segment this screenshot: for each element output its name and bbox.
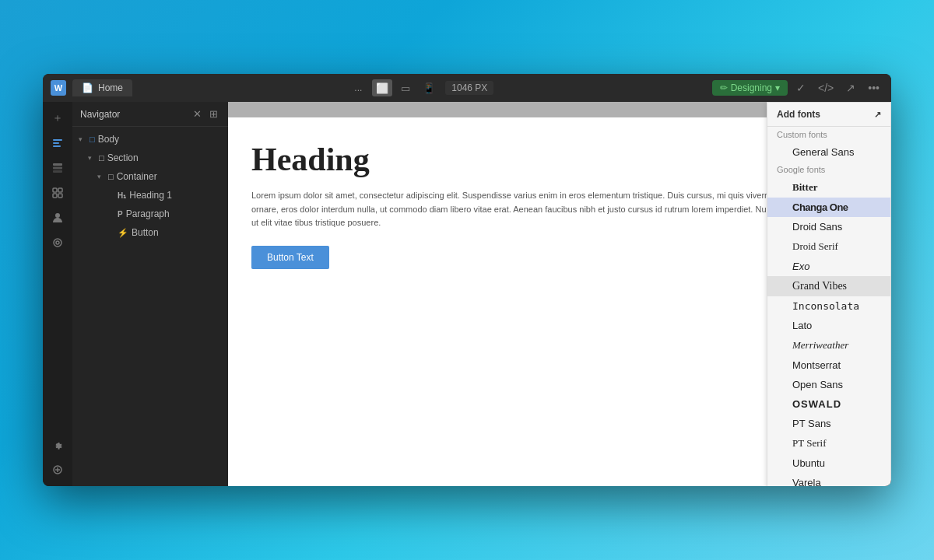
body-icon: □	[90, 135, 95, 144]
font-open-sans[interactable]: Open Sans	[767, 375, 890, 394]
svg-rect-0	[53, 139, 62, 141]
section-chevron: ▾	[88, 154, 96, 162]
paragraph-icon: P	[118, 210, 123, 219]
font-name-ubuntu: Ubuntu	[792, 457, 825, 469]
navigator-tree: ▾ □ Body ▾ □ Section ▾ □ Container	[72, 127, 228, 486]
font-name-pt-sans: PT Sans	[792, 418, 831, 429]
font-exo[interactable]: Exo	[767, 257, 890, 276]
canvas: Heading Lorem ipsum dolor sit amet, cons…	[228, 117, 767, 486]
svg-rect-6	[53, 188, 57, 192]
font-oswald[interactable]: Oswald	[767, 394, 890, 414]
canvas-heading: Heading	[251, 141, 767, 178]
navigator-panel: Navigator ✕ ⊞ ▾ □ Body ▾ □ Section	[72, 102, 228, 486]
tab-label: Home	[98, 82, 123, 93]
font-name-grand: Grand Vibes	[792, 280, 847, 292]
more-button[interactable]: ...	[350, 80, 366, 96]
font-droid-serif[interactable]: Droid Serif	[767, 236, 890, 257]
tree-item-section[interactable]: ▾ □ Section	[72, 149, 228, 167]
svg-rect-7	[58, 188, 62, 192]
container-label: Container	[117, 171, 157, 182]
font-lato[interactable]: Lato	[767, 316, 890, 335]
add-plugin-button[interactable]	[46, 458, 69, 481]
plugins-button[interactable]	[46, 231, 69, 254]
section-label: Section	[107, 152, 139, 163]
font-grand-vibes[interactable]: Grand Vibes	[767, 276, 890, 296]
mobile-button[interactable]: 📱	[419, 79, 439, 96]
svg-rect-5	[53, 170, 62, 173]
font-name-inconsolata: Inconsolata	[792, 300, 859, 312]
body-chevron: ▾	[79, 135, 86, 143]
navigator-expand-button[interactable]: ⊞	[207, 107, 220, 121]
external-link-icon: ↗	[874, 110, 881, 120]
heading1-label: Heading 1	[129, 190, 172, 201]
file-icon: 📄	[82, 82, 93, 93]
svg-rect-3	[53, 163, 62, 166]
canvas-button[interactable]: Button Text	[251, 246, 329, 269]
font-name-lato: Lato	[792, 320, 812, 331]
font-dropdown[interactable]: Add fonts ↗ Custom fonts General Sans Go…	[767, 102, 891, 486]
desktop-button[interactable]: ⬜	[372, 79, 392, 96]
add-fonts-title: Add fonts	[777, 109, 820, 120]
svg-point-10	[55, 213, 60, 218]
navigator-title: Navigator	[80, 109, 120, 120]
font-varela[interactable]: Varela	[767, 473, 890, 486]
font-name-droid-sans: Droid Sans	[792, 221, 842, 233]
main-area: ＋	[43, 102, 891, 486]
font-droid-sans[interactable]: Droid Sans	[767, 217, 890, 236]
tree-item-button[interactable]: ⚡ Button	[72, 223, 228, 242]
font-name-pt-serif: PT Serif	[792, 437, 826, 450]
svg-rect-1	[53, 142, 59, 144]
navigator-close-button[interactable]: ✕	[191, 107, 204, 121]
svg-rect-4	[53, 167, 62, 170]
font-bitter[interactable]: Bitter	[767, 177, 890, 198]
app-window: W 📄 Home ... ⬜ ▭ 📱 1046 PX ✏ Designing ▾…	[43, 74, 891, 486]
tree-item-container[interactable]: ▾ □ Container	[72, 167, 228, 186]
tree-item-body[interactable]: ▾ □ Body	[72, 130, 228, 149]
pencil-icon: ✏	[720, 82, 728, 93]
tablet-button[interactable]: ▭	[395, 79, 416, 96]
custom-fonts-label: Custom fonts	[767, 127, 890, 142]
svg-point-11	[54, 239, 61, 247]
navigator-header: Navigator ✕ ⊞	[72, 102, 228, 127]
assets-button[interactable]	[46, 181, 69, 205]
font-name-droid-serif: Droid Serif	[792, 240, 838, 253]
check-button[interactable]: ✓	[792, 79, 809, 96]
settings-bottom-button[interactable]	[46, 433, 69, 457]
font-montserrat[interactable]: Montserrat	[767, 355, 890, 375]
button-icon: ⚡	[118, 228, 128, 238]
font-general-sans[interactable]: General Sans	[767, 142, 890, 162]
share-button[interactable]: ↗	[842, 79, 859, 96]
font-changa-one[interactable]: Changa One	[767, 198, 890, 217]
svg-rect-8	[53, 194, 57, 198]
add-element-button[interactable]: ＋	[46, 107, 69, 130]
body-label: Body	[98, 134, 119, 145]
font-inconsolata[interactable]: Inconsolata	[767, 296, 890, 316]
svg-rect-2	[53, 145, 61, 147]
font-name-bitter: Bitter	[792, 181, 817, 194]
more-options-button[interactable]: •••	[864, 79, 883, 96]
navigator-button[interactable]	[46, 131, 69, 155]
font-name-merriweather: Merriweather	[792, 339, 848, 352]
font-merriweather[interactable]: Merriweather	[767, 335, 890, 355]
toolbar-center: ... ⬜ ▭ 📱 1046 PX	[139, 79, 706, 96]
layers-button[interactable]	[46, 156, 69, 180]
code-button[interactable]: </>	[814, 79, 837, 96]
font-name: General Sans	[792, 146, 855, 158]
font-dropdown-header: Add fonts ↗	[767, 103, 890, 127]
users-button[interactable]	[46, 206, 69, 229]
designing-button[interactable]: ✏ Designing ▾	[712, 80, 788, 96]
toolbar-right: ✏ Designing ▾ ✓ </> ↗ •••	[712, 79, 883, 96]
tree-item-paragraph[interactable]: P Paragraph	[72, 205, 228, 223]
canvas-area: Heading Lorem ipsum dolor sit amet, cons…	[228, 102, 767, 486]
font-pt-sans[interactable]: PT Sans	[767, 414, 890, 433]
font-pt-serif[interactable]: PT Serif	[767, 433, 890, 453]
chevron-down-icon: ▾	[775, 82, 780, 93]
app-logo: W	[51, 80, 66, 96]
font-name-oswald: Oswald	[792, 398, 841, 410]
px-display: 1046 PX	[445, 81, 493, 95]
font-ubuntu[interactable]: Ubuntu	[767, 453, 890, 473]
tree-item-heading1[interactable]: H₁ Heading 1	[72, 186, 228, 205]
home-tab[interactable]: 📄 Home	[72, 79, 132, 96]
device-buttons: ⬜ ▭ 📱	[372, 79, 439, 96]
button-nav-label: Button	[132, 227, 159, 238]
